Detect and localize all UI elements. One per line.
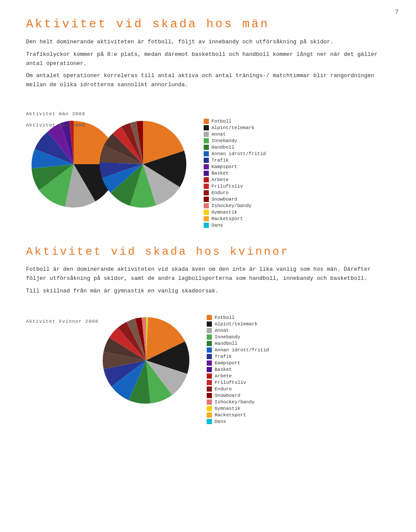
legend-item-label: Handboll xyxy=(211,145,234,150)
legend-item: Arbete xyxy=(207,373,269,379)
legend-color-box xyxy=(204,138,209,143)
legend-color-box xyxy=(204,177,209,182)
legend-item: Kampsport xyxy=(204,164,266,169)
legend-color-box xyxy=(204,171,209,176)
legend-item-label: Snowboard xyxy=(214,393,240,398)
legend-item-label: Annat xyxy=(211,132,226,137)
legend-color-box xyxy=(207,419,212,424)
legend-item-label: Annan idrott/fritid xyxy=(214,347,269,353)
legend-color-box xyxy=(204,216,209,221)
legend-item: Annat xyxy=(207,328,269,333)
legend-item: Annat xyxy=(204,132,266,137)
legend-item-label: Arbete xyxy=(211,177,229,182)
legend-item-label: Gymnastik xyxy=(214,406,240,411)
legend-item: Innebandy xyxy=(204,138,266,143)
legend-item: Handboll xyxy=(207,341,269,346)
legend-item-label: Ishockey/bandy xyxy=(214,399,254,405)
legend-item: Racketsport xyxy=(204,216,266,221)
legend-item-label: Fotboll xyxy=(211,119,231,124)
legend-man: FotbollAlpint/telemarkAnnatInnebandyHand… xyxy=(204,117,266,228)
legend-item: Racketsport xyxy=(207,412,269,418)
chart-women-full-section: Aktivitet kvinnor 2008 FotbollAlpint/tel… xyxy=(26,313,390,424)
legend-color-box xyxy=(207,367,212,372)
legend-item: Enduro xyxy=(204,190,266,195)
legend-color-box xyxy=(207,315,212,320)
legend-color-box xyxy=(207,334,212,340)
legend-item: Dans xyxy=(204,223,266,228)
legend-color-box xyxy=(207,380,212,385)
legend-item-label: Alpint/telemark xyxy=(211,125,254,130)
legend-item-label: Annan idrott/fritid xyxy=(211,151,266,156)
legend-item: Gymnastik xyxy=(204,210,266,215)
section-man-para1: Den helt dominerande aktiviteten är fotb… xyxy=(26,38,390,47)
legend-color-box xyxy=(207,341,212,346)
section-man-title: Aktivitet vid skada hos män xyxy=(26,17,390,31)
legend-color-box xyxy=(207,399,212,405)
chart-women-pie-svg xyxy=(98,313,194,408)
legend-item: Friluftsliv xyxy=(207,380,269,385)
section-man-para3: Om antalet operationer korreleras till a… xyxy=(26,71,390,90)
legend-item: Fotboll xyxy=(204,119,266,124)
legend-color-box xyxy=(207,360,212,366)
legend-item: Kampsport xyxy=(207,360,269,366)
legend-item-label: Friluftsliv xyxy=(211,184,243,189)
legend-color-box xyxy=(204,132,209,137)
legend-item: Trafik xyxy=(207,354,269,359)
legend-item-label: Dans xyxy=(211,223,223,228)
section-women-para2: Till skillnad från män är gymnastik en v… xyxy=(26,287,390,296)
section-women: Aktivitet vid skada hos kvinnor Fotboll … xyxy=(26,245,390,295)
legend-item-label: Alpint/telemark xyxy=(214,321,257,327)
legend-item-label: Basket xyxy=(211,171,229,176)
legend-color-box xyxy=(204,119,209,124)
chart-women-label: Aktivitet kvinnor 2008 xyxy=(26,315,98,324)
legend-item: Annan idrott/fritid xyxy=(204,151,266,156)
legend-color-box xyxy=(207,373,212,379)
legend-color-box xyxy=(204,203,209,208)
legend-item-label: Racketsport xyxy=(214,412,246,418)
legend-item-label: Kampsport xyxy=(211,164,237,169)
legend-item: Arbete xyxy=(204,177,266,182)
legend-item: Innebandy xyxy=(207,334,269,340)
legend-item-label: Friluftsliv xyxy=(214,380,246,385)
legend-item: Friluftsliv xyxy=(204,184,266,189)
legend-item: Basket xyxy=(207,367,269,372)
legend-item-label: Enduro xyxy=(214,386,232,392)
legend-item-label: Kampsport xyxy=(214,360,240,366)
legend-item-label: Innebandy xyxy=(214,334,240,340)
legend-item-label: Enduro xyxy=(211,190,229,195)
legend-item: Snowboard xyxy=(204,197,266,202)
legend-color-box xyxy=(207,386,212,392)
legend-item: Trafik xyxy=(204,158,266,163)
legend-color-box xyxy=(204,158,209,163)
legend-color-box xyxy=(207,321,212,327)
legend-item: Annan idrott/fritid xyxy=(207,347,269,353)
section-man: Aktivitet vid skada hos män Den helt dom… xyxy=(26,17,390,90)
legend-item-label: Fotboll xyxy=(214,315,234,320)
legend-color-box xyxy=(204,164,209,169)
chart-man-pie-svg xyxy=(95,117,191,212)
section-man-para2: Trafikolyckor kommer på 8:e plats, medan… xyxy=(26,50,390,68)
legend-item: Ishockey/bandy xyxy=(207,399,269,405)
legend-item: Snowboard xyxy=(207,393,269,398)
legend-item: Gymnastik xyxy=(207,406,269,411)
legend-item-label: Annat xyxy=(214,328,229,333)
legend-women: FotbollAlpint/telemarkAnnatInnebandyHand… xyxy=(207,313,269,424)
legend-item-label: Trafik xyxy=(211,158,229,163)
legend-item: Enduro xyxy=(207,386,269,392)
legend-item-label: Snowboard xyxy=(211,197,237,202)
legend-color-box xyxy=(204,151,209,156)
legend-color-box xyxy=(207,347,212,353)
legend-item-label: Basket xyxy=(214,367,232,372)
legend-item-label: Handboll xyxy=(214,341,237,346)
legend-color-box xyxy=(207,393,212,398)
legend-color-box xyxy=(204,145,209,150)
legend-color-box xyxy=(207,354,212,359)
legend-color-box xyxy=(207,412,212,418)
legend-item-label: Racketsport xyxy=(211,216,243,221)
legend-color-box xyxy=(204,210,209,215)
legend-item: Ishockey/bandy xyxy=(204,203,266,208)
legend-item: Alpint/telemark xyxy=(204,125,266,130)
legend-item: Basket xyxy=(204,171,266,176)
legend-color-box xyxy=(204,184,209,189)
section-women-title: Aktivitet vid skada hos kvinnor xyxy=(26,245,390,258)
